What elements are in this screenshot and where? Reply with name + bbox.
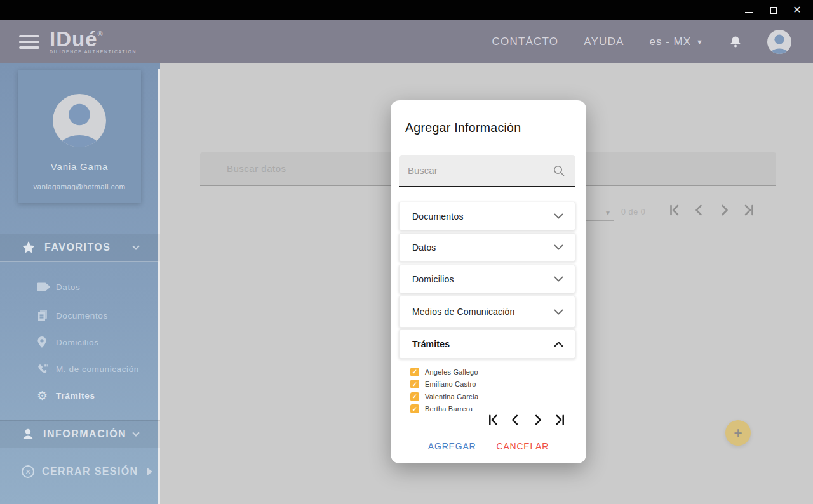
dialog-actions: AGREGAR CANCELAR <box>391 441 586 451</box>
pagination-range-label: 0 de 0 <box>621 208 645 216</box>
accordion-label: Medios de Comunicación <box>412 307 515 317</box>
checklist-item-label: Angeles Gallego <box>425 368 478 376</box>
accordion-label: Trámites <box>412 339 450 349</box>
next-page-button[interactable] <box>718 204 730 216</box>
chevron-down-icon <box>554 309 563 315</box>
first-page-icon <box>668 204 681 216</box>
language-selector[interactable]: es - MX ▼ <box>650 36 704 48</box>
header-nav: CONTÁCTO AYUDA es - MX ▼ <box>492 30 813 54</box>
checklist-item[interactable]: ✓ Bertha Barrera <box>410 403 478 416</box>
sidebar-item-datos[interactable]: Datos <box>0 274 160 300</box>
checkbox-checked-icon[interactable]: ✓ <box>410 368 419 376</box>
star-icon <box>22 241 36 255</box>
main-pagination <box>668 204 755 216</box>
last-page-button[interactable] <box>554 414 566 426</box>
accordion-label: Documentos <box>412 211 464 222</box>
caret-down-icon: ▼ <box>605 209 611 216</box>
chevron-up-icon <box>554 342 563 347</box>
add-fab-button[interactable]: + <box>725 420 751 446</box>
accordion-documentos[interactable]: Documentos <box>399 202 575 230</box>
gear-icon: ⚙ <box>37 390 48 402</box>
registered-mark: ® <box>98 30 103 37</box>
card-tag-icon <box>37 282 50 291</box>
dialog-search-input[interactable] <box>399 155 553 186</box>
accordion-label: Domicilios <box>412 274 454 284</box>
sidebar-item-documentos[interactable]: Documentos <box>0 302 160 329</box>
notifications-button[interactable] <box>729 35 742 49</box>
checklist-item[interactable]: ✓ Angeles Gallego <box>410 366 478 378</box>
language-value: es - MX <box>650 36 692 48</box>
menu-icon[interactable] <box>19 35 39 49</box>
profile-card: Vania Gama vaniagamag@hotmail.com <box>18 70 141 203</box>
first-page-icon <box>487 414 499 426</box>
profile-name: Vania Gama <box>18 161 141 172</box>
sidebar: Vania Gama vaniagamag@hotmail.com FAVORI… <box>0 63 160 504</box>
checkbox-checked-icon[interactable]: ✓ <box>410 404 419 413</box>
maximize-button[interactable] <box>769 6 777 15</box>
last-page-icon <box>554 414 566 426</box>
minimize-button[interactable] <box>744 6 753 15</box>
avatar-icon <box>767 30 791 54</box>
accordion-medios-comunicacion[interactable]: Medios de Comunicación <box>399 296 575 328</box>
logo-title: IDué <box>50 27 98 51</box>
arrow-right-icon <box>147 468 152 475</box>
checklist-item-label: Bertha Barrera <box>425 405 473 413</box>
checklist-item[interactable]: ✓ Emiliano Castro <box>410 378 478 391</box>
logout-button[interactable]: ✕ CERRAR SESIÓN <box>0 459 160 484</box>
last-page-button[interactable] <box>742 204 755 216</box>
sidebar-item-domicilios[interactable]: Domicilios <box>0 329 160 355</box>
first-page-button[interactable] <box>668 204 681 216</box>
nav-contact-link[interactable]: CONTÁCTO <box>492 36 559 48</box>
information-label: INFORMACIÓN <box>43 428 126 440</box>
information-section-header[interactable]: INFORMACIÓN <box>0 420 160 448</box>
accordion-tramites[interactable]: Trámites <box>399 329 575 359</box>
sidebar-item-comunicacion[interactable]: M. de comunicación <box>0 355 160 382</box>
sidebar-item-label: M. de comunicación <box>56 364 139 374</box>
dialog-title: Agregar Información <box>405 121 521 135</box>
chevron-down-icon <box>132 429 139 436</box>
sidebar-item-label: Domicilios <box>56 338 99 347</box>
agregar-button[interactable]: AGREGAR <box>428 441 476 451</box>
prev-page-button[interactable] <box>509 414 521 426</box>
chevron-down-icon <box>554 213 563 219</box>
checkbox-checked-icon[interactable]: ✓ <box>410 392 419 401</box>
next-page-button[interactable] <box>532 414 544 426</box>
sidebar-item-label: Datos <box>56 282 80 292</box>
tramites-checklist: ✓ Angeles Gallego ✓ Emiliano Castro ✓ Va… <box>410 366 478 415</box>
sidebar-item-label: Trámites <box>56 391 95 401</box>
app-logo: IDué® DILIGENCE AUTHENTICATION <box>50 30 137 54</box>
chevron-left-icon <box>693 204 706 216</box>
bell-icon <box>729 35 742 49</box>
cancelar-button[interactable]: CANCELAR <box>496 441 549 451</box>
documents-icon <box>37 309 48 322</box>
dialog-search-bar[interactable] <box>399 155 575 187</box>
caret-down-icon: ▼ <box>696 38 704 46</box>
maximize-icon <box>770 7 777 14</box>
window-title-bar: ✕ <box>0 0 813 20</box>
dialog-pagination <box>487 414 566 426</box>
chevron-right-icon <box>532 414 544 426</box>
nav-help-link[interactable]: AYUDA <box>584 36 624 48</box>
plus-icon: + <box>734 425 742 442</box>
user-avatar[interactable] <box>767 30 791 54</box>
favorites-section-header[interactable]: FAVORITOS <box>0 234 160 262</box>
minimize-icon <box>745 12 753 13</box>
checklist-item-label: Emiliano Castro <box>425 380 476 388</box>
profile-avatar-icon <box>53 94 106 147</box>
chevron-down-icon <box>132 242 139 249</box>
first-page-button[interactable] <box>487 414 499 426</box>
favorites-label: FAVORITOS <box>44 242 111 253</box>
checkbox-checked-icon[interactable]: ✓ <box>410 380 419 388</box>
sidebar-item-tramites[interactable]: ⚙ Trámites <box>0 382 160 409</box>
checklist-item-label: Valentina García <box>425 393 478 401</box>
accordion-datos[interactable]: Datos <box>399 233 575 262</box>
close-button[interactable]: ✕ <box>793 6 802 15</box>
logout-label: CERRAR SESIÓN <box>42 466 138 477</box>
prev-page-button[interactable] <box>693 204 706 216</box>
accordion-label: Datos <box>412 242 436 253</box>
accordion-domicilios[interactable]: Domicilios <box>399 265 575 293</box>
chevron-down-icon <box>554 244 563 250</box>
checklist-item[interactable]: ✓ Valentina García <box>410 390 478 403</box>
location-pin-icon <box>37 336 47 348</box>
last-page-icon <box>742 204 755 216</box>
